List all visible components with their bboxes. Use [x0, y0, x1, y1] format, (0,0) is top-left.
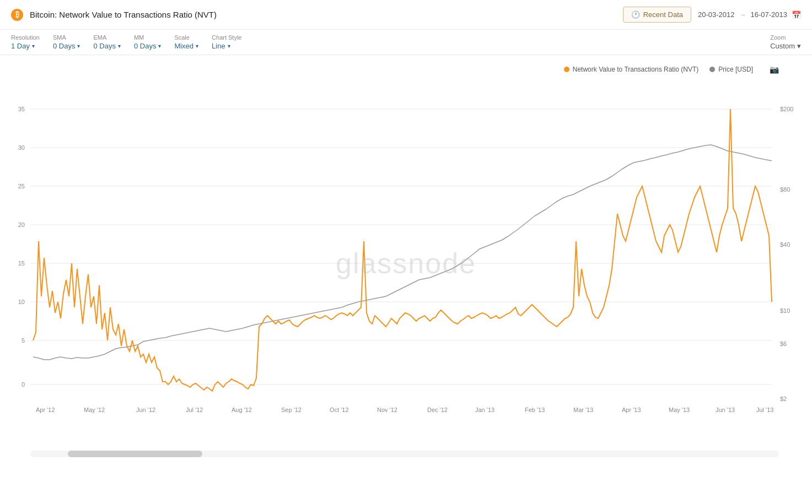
resolution-select[interactable]: 1 Day ▾ [11, 42, 40, 50]
resolution-group: Resolution 1 Day ▾ [11, 34, 40, 50]
chevron-down-icon: ▾ [118, 43, 121, 49]
svg-text:Jan '13: Jan '13 [475, 407, 494, 413]
ema-value: 0 Days [93, 42, 115, 50]
svg-text:10: 10 [18, 299, 25, 305]
svg-text:Aug '12: Aug '12 [232, 407, 252, 413]
chart-area: Network Value to Transactions Ratio (NVT… [0, 55, 812, 463]
chevron-down-icon: ▾ [77, 43, 80, 49]
svg-text:$10: $10 [780, 307, 790, 314]
mm-select[interactable]: 0 Days ▾ [134, 42, 161, 50]
bitcoin-icon: ₿ [11, 9, 23, 21]
chevron-down-icon: ▾ [797, 42, 801, 50]
recent-data-label: Recent Data [643, 10, 683, 19]
svg-text:Sep '12: Sep '12 [281, 407, 302, 413]
sma-select[interactable]: 0 Days ▾ [53, 42, 80, 50]
price-legend-label: Price [USD] [718, 66, 753, 73]
ema-select[interactable]: 0 Days ▾ [93, 42, 120, 50]
svg-text:25: 25 [18, 183, 25, 189]
svg-text:Apr '13: Apr '13 [622, 407, 641, 413]
resolution-label: Resolution [11, 34, 40, 41]
svg-text:Jun '13: Jun '13 [716, 407, 735, 413]
svg-text:$80: $80 [780, 186, 790, 193]
chart-legend: Network Value to Transactions Ratio (NVT… [0, 61, 812, 76]
chevron-down-icon: ▾ [158, 43, 161, 49]
svg-text:Oct '12: Oct '12 [330, 407, 349, 413]
svg-text:Jul '12: Jul '12 [186, 407, 203, 413]
chart-style-group: Chart Style Line ▾ [212, 34, 241, 50]
scale-label: Scale [174, 34, 198, 41]
date-start[interactable]: 20-03-2012 [698, 10, 735, 19]
price-legend-dot [709, 67, 715, 72]
ema-group: EMA 0 Days ▾ [93, 34, 120, 50]
svg-text:35: 35 [18, 106, 25, 112]
svg-text:Dec '12: Dec '12 [427, 407, 448, 413]
sma-label: SMA [53, 34, 80, 41]
scale-value: Mixed [174, 42, 193, 50]
header: ₿ Bitcoin: Network Value to Transactions… [0, 0, 812, 30]
resolution-value: 1 Day [11, 42, 30, 50]
svg-text:$6: $6 [780, 340, 787, 347]
svg-text:May '12: May '12 [84, 407, 105, 413]
chart-svg: .grid-line { stroke: #e8e8e8; stroke-wid… [0, 76, 812, 451]
svg-text:5: 5 [21, 337, 25, 344]
svg-text:30: 30 [18, 144, 25, 151]
zoom-select[interactable]: Custom ▾ [770, 42, 801, 50]
svg-text:Jun '12: Jun '12 [136, 407, 155, 413]
nvt-legend-label: Network Value to Transactions Ratio (NVT… [573, 66, 699, 73]
nvt-legend-dot [564, 67, 569, 72]
scrollbar-thumb[interactable] [68, 451, 202, 457]
svg-text:Nov '12: Nov '12 [377, 407, 397, 413]
svg-text:20: 20 [18, 221, 25, 228]
price-legend-item: Price [USD] [709, 66, 753, 73]
scale-group: Scale Mixed ▾ [174, 34, 198, 50]
camera-icon[interactable]: 📷 [770, 65, 779, 74]
mm-value: 0 Days [134, 42, 156, 50]
date-range: 20-03-2012 → 16-07-2013 📅 [698, 10, 801, 19]
chevron-down-icon: ▾ [196, 43, 198, 49]
scrollbar[interactable] [30, 451, 779, 457]
toolbar: Resolution 1 Day ▾ SMA 0 Days ▾ EMA 0 Da… [0, 30, 812, 55]
ema-label: EMA [93, 34, 120, 41]
chart-style-label: Chart Style [212, 34, 241, 41]
svg-text:Mar '13: Mar '13 [573, 407, 593, 413]
main-chart: glassnode .grid-line { stroke: #e8e8e8; … [0, 76, 812, 451]
zoom-value: Custom [770, 42, 795, 50]
svg-text:$2: $2 [780, 395, 787, 402]
chart-style-value: Line [212, 42, 225, 50]
chart-style-select[interactable]: Line ▾ [212, 42, 241, 50]
svg-text:Jul '13: Jul '13 [756, 407, 773, 413]
svg-text:Apr '12: Apr '12 [36, 407, 55, 413]
sma-group: SMA 0 Days ▾ [53, 34, 80, 50]
zoom-label: Zoom [770, 34, 801, 41]
chevron-down-icon: ▾ [228, 43, 230, 49]
sma-value: 0 Days [53, 42, 75, 50]
recent-data-button[interactable]: 🕐 Recent Data [623, 7, 691, 23]
nvt-legend-item: Network Value to Transactions Ratio (NVT… [564, 66, 699, 73]
svg-text:0: 0 [21, 381, 25, 388]
svg-text:May '13: May '13 [669, 407, 690, 413]
zoom-group: Zoom Custom ▾ [770, 34, 801, 50]
svg-text:$200: $200 [780, 106, 793, 112]
page-title: Bitcoin: Network Value to Transactions R… [30, 10, 616, 19]
svg-text:15: 15 [18, 260, 25, 267]
chevron-down-icon: ▾ [32, 43, 35, 49]
svg-text:$40: $40 [780, 241, 790, 248]
nvt-line [33, 109, 772, 391]
date-arrow: → [739, 10, 746, 19]
calendar-icon[interactable]: 📅 [792, 10, 801, 19]
svg-text:Feb '13: Feb '13 [525, 407, 545, 413]
date-end[interactable]: 16-07-2013 [751, 10, 788, 19]
scale-select[interactable]: Mixed ▾ [174, 42, 198, 50]
mm-group: MM 0 Days ▾ [134, 34, 161, 50]
mm-label: MM [134, 34, 161, 41]
clock-icon: 🕐 [631, 10, 640, 19]
